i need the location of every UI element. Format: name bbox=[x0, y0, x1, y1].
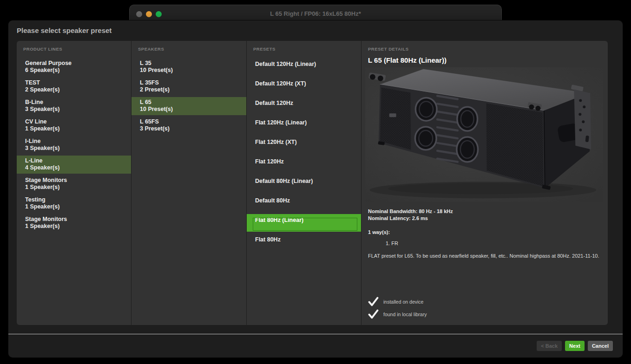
traffic-lights bbox=[136, 11, 162, 17]
presets-column: PRESETS Default 120Hz (Linear) Default 1… bbox=[247, 41, 362, 325]
product-line-name: B-Line bbox=[25, 99, 123, 106]
status-badge: found in local library bbox=[368, 308, 427, 320]
spec-line: Nominal Latency: 2.6 ms bbox=[368, 215, 601, 222]
product-lines-list: General Purpose 6 Speaker(s) TEST 2 Spea… bbox=[17, 58, 131, 232]
check-icon bbox=[368, 297, 379, 306]
speaker-preset-dialog: Please select speaker preset PRODUCT LIN… bbox=[8, 20, 623, 358]
preset-item[interactable]: Flat 120Hz bbox=[247, 156, 361, 173]
product-line-count: 1 Speaker(s) bbox=[25, 125, 123, 132]
product-line-item[interactable]: TEST 2 Speaker(s) bbox=[17, 78, 131, 96]
preset-description: FLAT preset for L65. To be used as nearf… bbox=[368, 253, 600, 259]
speaker-item[interactable]: L 35FS 2 Preset(s) bbox=[131, 78, 246, 96]
preset-item[interactable]: Default 120Hz (XT) bbox=[247, 78, 361, 95]
status-badges: installed on device found in local libra… bbox=[368, 295, 427, 320]
speaker-item[interactable]: L 65 10 Preset(s) bbox=[131, 97, 246, 115]
product-lines-header: PRODUCT LINES bbox=[23, 46, 125, 52]
way-line: 1. FR bbox=[386, 240, 601, 246]
product-line-count: 3 Speaker(s) bbox=[25, 106, 123, 113]
traffic-light-minimize-icon[interactable] bbox=[146, 11, 152, 17]
preset-details-title: L 65 (Flat 80Hz (Linear)) bbox=[368, 56, 600, 64]
spec-line: Nominal Bandwidth: 80 Hz - 18 kHz bbox=[368, 208, 601, 215]
product-line-count: 6 Speaker(s) bbox=[25, 67, 123, 74]
product-line-item[interactable]: I-Line 3 Speaker(s) bbox=[17, 136, 131, 154]
speakers-header: SPEAKERS bbox=[138, 46, 240, 52]
product-line-name: Testing bbox=[25, 196, 123, 203]
product-line-count: 1 Speaker(s) bbox=[25, 223, 123, 230]
product-line-item[interactable]: B-Line 3 Speaker(s) bbox=[17, 97, 131, 115]
product-line-count: 1 Speaker(s) bbox=[25, 184, 123, 191]
product-line-count: 4 Speaker(s) bbox=[25, 164, 123, 171]
next-button[interactable]: Next bbox=[565, 341, 585, 351]
preset-item[interactable]: Default 120Hz (Linear) bbox=[247, 58, 361, 76]
speaker-preset-count: 10 Preset(s) bbox=[140, 67, 238, 74]
product-line-item[interactable]: Stage Monitors 1 Speaker(s) bbox=[17, 175, 131, 193]
dialog-footer: < Back Next Cancel bbox=[8, 334, 623, 358]
preset-item[interactable]: Default 80Hz (Linear) bbox=[247, 175, 361, 193]
preset-item[interactable]: Flat 80Hz (Linear) bbox=[247, 214, 361, 232]
preset-item[interactable]: Flat 120Hz (Linear) bbox=[247, 117, 361, 134]
product-line-item[interactable]: Stage Monitors 1 Speaker(s) bbox=[17, 214, 131, 232]
speaker-name: L 65FS bbox=[140, 118, 238, 125]
speakers-list: L 35 10 Preset(s) L 35FS 2 Preset(s) L 6… bbox=[131, 58, 246, 135]
presets-list: Default 120Hz (Linear) Default 120Hz (XT… bbox=[247, 58, 361, 251]
product-line-count: 3 Speaker(s) bbox=[25, 145, 123, 152]
cancel-button[interactable]: Cancel bbox=[588, 341, 613, 351]
product-line-count: 2 Speaker(s) bbox=[25, 86, 123, 93]
product-line-name: CV Line bbox=[25, 118, 123, 125]
product-line-name: I-Line bbox=[25, 138, 123, 145]
preset-item[interactable]: Flat 120Hz (XT) bbox=[247, 136, 361, 154]
ways-label: 1 way(s): bbox=[368, 229, 601, 235]
speaker-preset-count: 3 Preset(s) bbox=[140, 125, 238, 132]
speaker-name: L 65 bbox=[140, 99, 238, 106]
status-badge-label: found in local library bbox=[383, 312, 427, 317]
check-icon bbox=[368, 309, 379, 319]
preset-details-header: PRESET DETAILS bbox=[368, 46, 601, 52]
product-line-item[interactable]: CV Line 1 Speaker(s) bbox=[17, 117, 131, 135]
back-button[interactable]: < Back bbox=[537, 341, 562, 351]
presets-header: PRESETS bbox=[253, 46, 355, 52]
product-line-name: General Purpose bbox=[25, 60, 123, 67]
product-line-name: Stage Monitors bbox=[25, 216, 123, 223]
preset-item[interactable]: Default 120Hz bbox=[247, 97, 361, 115]
speaker-product-image bbox=[365, 67, 603, 202]
speakers-column: SPEAKERS L 35 10 Preset(s) L 35FS 2 Pres… bbox=[131, 41, 247, 325]
speaker-item[interactable]: L 35 10 Preset(s) bbox=[131, 58, 246, 76]
preset-item[interactable]: Flat 80Hz bbox=[247, 234, 361, 251]
preset-details-body: Nominal Bandwidth: 80 Hz - 18 kHz Nomina… bbox=[368, 208, 601, 259]
speaker-name: L 35FS bbox=[140, 79, 238, 86]
preset-item[interactable]: Default 80Hz bbox=[247, 195, 361, 212]
product-line-name: TEST bbox=[25, 79, 123, 86]
dialog-title: Please select speaker preset bbox=[17, 26, 623, 34]
product-line-name: Stage Monitors bbox=[25, 177, 123, 184]
speaker-preset-count: 2 Preset(s) bbox=[140, 86, 238, 93]
traffic-light-close-icon[interactable] bbox=[136, 11, 142, 17]
spec-list: Nominal Bandwidth: 80 Hz - 18 kHz Nomina… bbox=[368, 208, 601, 222]
status-badge: installed on device bbox=[368, 295, 427, 308]
speaker-preset-count: 10 Preset(s) bbox=[140, 106, 238, 113]
ways-list: 1. FR bbox=[368, 240, 601, 246]
product-line-item[interactable]: L-Line 4 Speaker(s) bbox=[17, 156, 131, 174]
traffic-light-zoom-icon[interactable] bbox=[156, 11, 162, 17]
product-line-count: 1 Speaker(s) bbox=[25, 203, 123, 210]
speaker-item[interactable]: L 65FS 3 Preset(s) bbox=[131, 117, 246, 135]
product-line-item[interactable]: General Purpose 6 Speaker(s) bbox=[17, 58, 131, 76]
product-line-name: L-Line bbox=[25, 157, 123, 164]
preset-details-column: PRESET DETAILS L 65 (Flat 80Hz (Linear)) bbox=[362, 41, 608, 325]
product-lines-column: PRODUCT LINES General Purpose 6 Speaker(… bbox=[17, 41, 131, 325]
selection-panels: PRODUCT LINES General Purpose 6 Speaker(… bbox=[17, 41, 608, 325]
product-line-item[interactable]: Testing 1 Speaker(s) bbox=[17, 195, 131, 213]
status-badge-label: installed on device bbox=[383, 299, 423, 305]
speaker-name: L 35 bbox=[140, 60, 238, 67]
desktop: L 65 Right / FP06: 16xL65 80Hz* Please s… bbox=[0, 0, 631, 364]
